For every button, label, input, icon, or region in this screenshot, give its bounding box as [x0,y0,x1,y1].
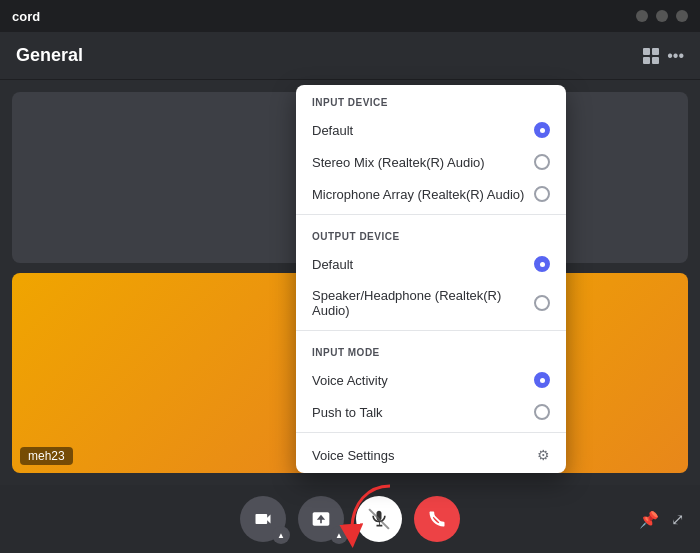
input-device-default-label: Default [312,123,353,138]
output-device-default-radio[interactable] [534,256,550,272]
top-bar-icons: ••• [643,47,684,65]
expand-icon[interactable]: ⤢ [671,510,684,529]
divider-1 [296,214,566,215]
bottom-control-bar: ▲ ▲ 📌 [0,485,700,553]
input-device-stereo[interactable]: Stereo Mix (Realtek(R) Audio) [296,146,566,178]
end-call-button[interactable] [414,496,460,542]
top-bar: General ••• [0,32,700,80]
minimize-btn[interactable] [636,10,648,22]
push-to-talk-label: Push to Talk [312,405,383,420]
input-mode-voice-activity[interactable]: Voice Activity [296,364,566,396]
app-title: cord [12,9,40,24]
output-device-speaker-radio[interactable] [534,295,550,311]
input-device-mic-array-label: Microphone Array (Realtek(R) Audio) [312,187,524,202]
output-device-speaker-label: Speaker/Headphone (Realtek(R) Audio) [312,288,534,318]
voice-settings-label: Voice Settings [312,448,394,463]
input-device-stereo-radio[interactable] [534,154,550,170]
window-controls [636,10,688,22]
share-chevron-icon[interactable]: ▲ [330,526,348,544]
voice-settings-row[interactable]: Voice Settings ⚙ [296,437,566,473]
camera-btn-group: ▲ [240,496,286,542]
pin-icon[interactable]: 📌 [639,510,659,529]
audio-settings-dropdown: INPUT DEVICE Default Stereo Mix (Realtek… [296,85,566,473]
mic-button[interactable] [356,496,402,542]
output-device-default-label: Default [312,257,353,272]
video-label-meh23: meh23 [20,447,73,465]
output-device-default[interactable]: Default [296,248,566,280]
more-options-icon[interactable]: ••• [667,47,684,65]
divider-2 [296,330,566,331]
voice-activity-label: Voice Activity [312,373,388,388]
close-btn[interactable] [676,10,688,22]
input-device-default-radio[interactable] [534,122,550,138]
input-mode-header: INPUT MODE [296,335,566,364]
voice-activity-radio[interactable] [534,372,550,388]
title-bar: cord [0,0,700,32]
input-device-stereo-label: Stereo Mix (Realtek(R) Audio) [312,155,485,170]
output-device-speaker[interactable]: Speaker/Headphone (Realtek(R) Audio) [296,280,566,326]
camera-chevron-icon[interactable]: ▲ [272,526,290,544]
input-device-default[interactable]: Default [296,114,566,146]
input-device-mic-array-radio[interactable] [534,186,550,202]
input-device-mic-array[interactable]: Microphone Array (Realtek(R) Audio) [296,178,566,210]
bottom-extras: 📌 ⤢ [639,510,684,529]
share-btn-group: ▲ [298,496,344,542]
divider-3 [296,432,566,433]
push-to-talk-radio[interactable] [534,404,550,420]
output-device-header: OUTPUT DEVICE [296,219,566,248]
input-mode-push-to-talk[interactable]: Push to Talk [296,396,566,428]
gear-icon[interactable]: ⚙ [537,447,550,463]
main-content: General ••• meh23 mmehv [0,32,700,553]
maximize-btn[interactable] [656,10,668,22]
channel-title: General [16,45,83,66]
input-device-header: INPUT DEVICE [296,85,566,114]
grid-view-icon[interactable] [643,48,659,64]
